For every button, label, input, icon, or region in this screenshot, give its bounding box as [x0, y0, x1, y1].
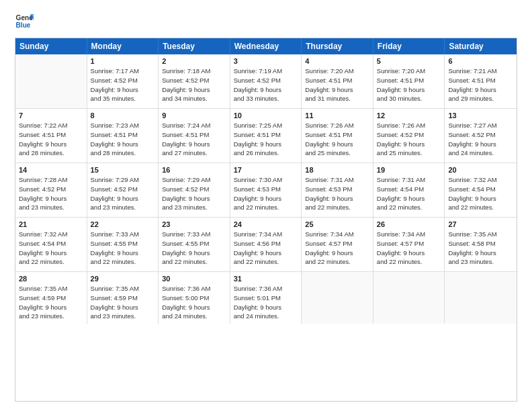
logo-icon: General Blue — [15, 12, 34, 31]
day-number: 13 — [448, 111, 513, 120]
day-info: Sunrise: 7:31 AM Sunset: 4:53 PM Dayligh… — [305, 175, 369, 212]
day-info: Sunrise: 7:29 AM Sunset: 4:52 PM Dayligh… — [91, 175, 155, 212]
day-number: 23 — [162, 220, 226, 228]
calendar-cell: 10Sunrise: 7:25 AM Sunset: 4:51 PM Dayli… — [230, 109, 302, 163]
day-info: Sunrise: 7:35 AM Sunset: 4:59 PM Dayligh… — [19, 284, 83, 321]
calendar-cell — [302, 272, 373, 324]
calendar-cell: 21Sunrise: 7:32 AM Sunset: 4:54 PM Dayli… — [15, 218, 87, 271]
day-number: 14 — [19, 166, 83, 174]
day-number: 27 — [448, 220, 513, 228]
day-info: Sunrise: 7:34 AM Sunset: 4:56 PM Dayligh… — [234, 230, 298, 267]
day-info: Sunrise: 7:28 AM Sunset: 4:52 PM Dayligh… — [19, 175, 83, 212]
day-info: Sunrise: 7:33 AM Sunset: 4:55 PM Dayligh… — [91, 230, 155, 267]
calendar-cell: 20Sunrise: 7:32 AM Sunset: 4:54 PM Dayli… — [445, 163, 517, 217]
calendar-row: 28Sunrise: 7:35 AM Sunset: 4:59 PM Dayli… — [15, 272, 517, 324]
day-info: Sunrise: 7:20 AM Sunset: 4:51 PM Dayligh… — [305, 66, 369, 103]
calendar-cell: 14Sunrise: 7:28 AM Sunset: 4:52 PM Dayli… — [15, 163, 87, 217]
header: General Blue — [15, 12, 517, 31]
calendar-cell: 17Sunrise: 7:30 AM Sunset: 4:53 PM Dayli… — [230, 163, 302, 217]
cal-header-day: Thursday — [302, 38, 373, 54]
day-info: Sunrise: 7:27 AM Sunset: 4:52 PM Dayligh… — [448, 121, 513, 158]
cal-header-day: Saturday — [445, 38, 517, 54]
calendar-cell: 19Sunrise: 7:31 AM Sunset: 4:54 PM Dayli… — [373, 163, 445, 217]
day-number: 17 — [234, 166, 298, 174]
day-info: Sunrise: 7:34 AM Sunset: 4:57 PM Dayligh… — [377, 230, 441, 267]
calendar-cell — [15, 54, 87, 108]
calendar-row: 21Sunrise: 7:32 AM Sunset: 4:54 PM Dayli… — [15, 218, 517, 272]
day-info: Sunrise: 7:29 AM Sunset: 4:52 PM Dayligh… — [162, 175, 226, 212]
calendar-cell: 29Sunrise: 7:35 AM Sunset: 4:59 PM Dayli… — [87, 272, 159, 324]
day-info: Sunrise: 7:34 AM Sunset: 4:57 PM Dayligh… — [305, 230, 369, 267]
calendar-cell: 30Sunrise: 7:36 AM Sunset: 5:00 PM Dayli… — [159, 272, 230, 324]
day-info: Sunrise: 7:25 AM Sunset: 4:51 PM Dayligh… — [234, 121, 298, 158]
calendar-cell: 16Sunrise: 7:29 AM Sunset: 4:52 PM Dayli… — [159, 163, 230, 217]
day-number: 22 — [91, 220, 155, 228]
cal-header-day: Monday — [87, 38, 159, 54]
day-number: 25 — [305, 220, 369, 228]
day-info: Sunrise: 7:20 AM Sunset: 4:51 PM Dayligh… — [377, 66, 441, 103]
calendar-cell: 24Sunrise: 7:34 AM Sunset: 4:56 PM Dayli… — [230, 218, 302, 271]
calendar-cell: 11Sunrise: 7:26 AM Sunset: 4:51 PM Dayli… — [302, 109, 373, 163]
day-info: Sunrise: 7:32 AM Sunset: 4:54 PM Dayligh… — [448, 175, 513, 212]
day-info: Sunrise: 7:35 AM Sunset: 4:59 PM Dayligh… — [91, 284, 155, 321]
calendar-cell: 4Sunrise: 7:20 AM Sunset: 4:51 PM Daylig… — [302, 54, 373, 108]
day-number: 8 — [91, 111, 155, 120]
calendar-cell: 8Sunrise: 7:23 AM Sunset: 4:51 PM Daylig… — [87, 109, 159, 163]
calendar-body: 1Sunrise: 7:17 AM Sunset: 4:52 PM Daylig… — [15, 54, 517, 324]
calendar-cell: 3Sunrise: 7:19 AM Sunset: 4:52 PM Daylig… — [230, 54, 302, 108]
calendar-cell: 5Sunrise: 7:20 AM Sunset: 4:51 PM Daylig… — [373, 54, 445, 108]
day-number: 7 — [19, 111, 83, 120]
calendar-row: 14Sunrise: 7:28 AM Sunset: 4:52 PM Dayli… — [15, 163, 517, 218]
day-info: Sunrise: 7:24 AM Sunset: 4:51 PM Dayligh… — [162, 121, 226, 158]
day-number: 15 — [91, 166, 155, 174]
calendar-cell — [445, 272, 517, 324]
day-info: Sunrise: 7:35 AM Sunset: 4:58 PM Dayligh… — [448, 230, 513, 267]
calendar: SundayMondayTuesdayWednesdayThursdayFrid… — [15, 38, 517, 402]
day-number: 21 — [19, 220, 83, 228]
day-number: 1 — [91, 57, 155, 65]
cal-header-day: Friday — [373, 38, 445, 54]
day-info: Sunrise: 7:21 AM Sunset: 4:51 PM Dayligh… — [448, 66, 513, 103]
calendar-cell: 13Sunrise: 7:27 AM Sunset: 4:52 PM Dayli… — [445, 109, 517, 163]
day-number: 30 — [162, 275, 226, 283]
calendar-cell — [373, 272, 445, 324]
calendar-cell: 18Sunrise: 7:31 AM Sunset: 4:53 PM Dayli… — [302, 163, 373, 217]
day-number: 24 — [234, 220, 298, 228]
calendar-row: 1Sunrise: 7:17 AM Sunset: 4:52 PM Daylig… — [15, 54, 517, 109]
day-info: Sunrise: 7:36 AM Sunset: 5:00 PM Dayligh… — [162, 284, 226, 321]
day-info: Sunrise: 7:22 AM Sunset: 4:51 PM Dayligh… — [19, 121, 83, 158]
calendar-cell: 15Sunrise: 7:29 AM Sunset: 4:52 PM Dayli… — [87, 163, 159, 217]
cal-header-day: Wednesday — [230, 38, 302, 54]
day-info: Sunrise: 7:33 AM Sunset: 4:55 PM Dayligh… — [162, 230, 226, 267]
calendar-cell: 27Sunrise: 7:35 AM Sunset: 4:58 PM Dayli… — [445, 218, 517, 271]
calendar-cell: 12Sunrise: 7:26 AM Sunset: 4:52 PM Dayli… — [373, 109, 445, 163]
day-number: 19 — [377, 166, 441, 174]
calendar-cell: 28Sunrise: 7:35 AM Sunset: 4:59 PM Dayli… — [15, 272, 87, 324]
calendar-cell: 25Sunrise: 7:34 AM Sunset: 4:57 PM Dayli… — [302, 218, 373, 271]
day-number: 31 — [234, 275, 298, 283]
calendar-row: 7Sunrise: 7:22 AM Sunset: 4:51 PM Daylig… — [15, 109, 517, 163]
day-info: Sunrise: 7:26 AM Sunset: 4:52 PM Dayligh… — [377, 121, 441, 158]
day-number: 11 — [305, 111, 369, 120]
day-number: 4 — [305, 57, 369, 65]
day-number: 16 — [162, 166, 226, 174]
day-number: 2 — [162, 57, 226, 65]
day-number: 12 — [377, 111, 441, 120]
day-info: Sunrise: 7:18 AM Sunset: 4:52 PM Dayligh… — [162, 66, 226, 103]
calendar-cell: 6Sunrise: 7:21 AM Sunset: 4:51 PM Daylig… — [445, 54, 517, 108]
day-number: 9 — [162, 111, 226, 120]
day-number: 10 — [234, 111, 298, 120]
calendar-cell: 22Sunrise: 7:33 AM Sunset: 4:55 PM Dayli… — [87, 218, 159, 271]
day-number: 6 — [448, 57, 513, 65]
calendar-cell: 23Sunrise: 7:33 AM Sunset: 4:55 PM Dayli… — [159, 218, 230, 271]
logo: General Blue — [15, 12, 38, 31]
cal-header-day: Sunday — [15, 38, 87, 54]
day-info: Sunrise: 7:32 AM Sunset: 4:54 PM Dayligh… — [19, 230, 83, 267]
calendar-cell: 7Sunrise: 7:22 AM Sunset: 4:51 PM Daylig… — [15, 109, 87, 163]
calendar-cell: 31Sunrise: 7:36 AM Sunset: 5:01 PM Dayli… — [230, 272, 302, 324]
day-info: Sunrise: 7:23 AM Sunset: 4:51 PM Dayligh… — [91, 121, 155, 158]
day-number: 18 — [305, 166, 369, 174]
day-info: Sunrise: 7:17 AM Sunset: 4:52 PM Dayligh… — [91, 66, 155, 103]
day-number: 5 — [377, 57, 441, 65]
day-info: Sunrise: 7:30 AM Sunset: 4:53 PM Dayligh… — [234, 175, 298, 212]
